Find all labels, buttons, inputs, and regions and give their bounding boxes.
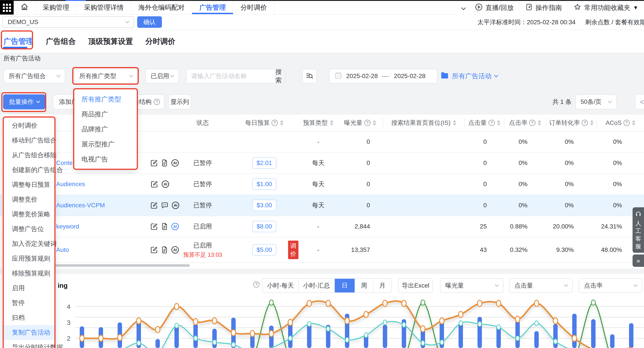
line-orange-marker[interactable]	[307, 300, 312, 306]
edit-icon[interactable]	[150, 159, 158, 167]
line-orange-marker[interactable]	[269, 330, 274, 336]
horizontal-scrollbar[interactable]	[55, 264, 190, 267]
doc-icon[interactable]	[161, 246, 168, 254]
page-tab-广告管理[interactable]: 广告管理	[4, 36, 34, 47]
bar[interactable]	[156, 339, 160, 348]
line-teal-marker[interactable]	[383, 320, 387, 325]
line-teal-marker[interactable]	[232, 342, 235, 347]
daily-budget-badge[interactable]: $3.00	[252, 200, 276, 211]
line-orange-marker[interactable]	[345, 318, 349, 324]
export-excel-button[interactable]: 导出Excel	[398, 278, 433, 293]
range-tab-月[interactable]: 月	[374, 279, 391, 292]
bar[interactable]	[516, 321, 520, 348]
line-orange-marker[interactable]	[326, 300, 330, 306]
sort-icons[interactable]	[632, 120, 636, 126]
column-header-ACoS[interactable]: ACoS?	[597, 118, 644, 128]
bulk-menu-item[interactable]: 调整竞价策略	[2, 207, 56, 222]
line-orange-marker[interactable]	[383, 300, 387, 306]
collapse-button[interactable]: »	[632, 255, 644, 267]
bar[interactable]	[591, 319, 596, 348]
range-tab-小时-每天[interactable]: 小时-每天	[262, 279, 299, 292]
bulk-menu-item[interactable]: 导出分时统计数据	[2, 340, 56, 348]
line-teal-marker[interactable]	[137, 341, 140, 345]
portfolio-select[interactable]: 所有广告组合	[4, 69, 65, 83]
line-teal-marker[interactable]	[345, 337, 349, 342]
range-tab-周[interactable]: 周	[355, 279, 374, 292]
edit-icon[interactable]	[150, 180, 158, 188]
line-teal-marker[interactable]	[459, 321, 462, 326]
line-teal-marker[interactable]	[175, 323, 178, 328]
bulk-menu-item[interactable]: 调整每日预算	[2, 177, 56, 192]
nav-tab-home[interactable]	[14, 1, 36, 14]
column-header-曝光量[interactable]: 曝光量?	[339, 118, 383, 128]
bulk-menu-item[interactable]: 归档	[2, 310, 56, 325]
bar[interactable]	[553, 324, 558, 348]
nav-tab-采购管理详情[interactable]: 采购管理详情	[77, 1, 131, 14]
line-orange-marker[interactable]	[174, 303, 179, 310]
column-header-点击量[interactable]: 点击量?	[465, 118, 504, 128]
promo-type-option[interactable]: 展示型推广	[74, 137, 137, 152]
daily-budget-badge[interactable]: $1.00	[252, 179, 276, 190]
app-grid-button[interactable]	[0, 1, 14, 15]
line-orange-marker[interactable]	[288, 319, 292, 325]
edit-icon[interactable]	[150, 246, 158, 254]
guide-button[interactable]: 操作指南	[520, 1, 568, 15]
bulk-menu-item[interactable]: 暂停	[2, 295, 56, 310]
edit-icon[interactable]	[150, 201, 158, 210]
show-columns-button[interactable]: 显示列	[168, 94, 191, 109]
column-header-预算类型[interactable]: 预算类型	[297, 118, 339, 128]
line-teal-marker[interactable]	[535, 321, 538, 326]
range-tab-日[interactable]: 日	[335, 279, 355, 292]
line-orange-marker[interactable]	[136, 318, 141, 324]
line-teal-marker[interactable]	[554, 339, 557, 344]
daily-budget-badge[interactable]: $8.00	[252, 221, 276, 232]
page-tab-广告组合[interactable]: 广告组合	[46, 36, 76, 47]
bulk-actions-button[interactable]: 批量操作	[3, 94, 45, 109]
favorites-button[interactable]: 常用功能收藏夹 ▼	[568, 1, 644, 15]
bulk-menu-item[interactable]: 调整广告位	[2, 222, 56, 236]
account-select[interactable]: DEMO_US	[2, 16, 134, 28]
line-teal-marker[interactable]	[213, 340, 216, 345]
prev-page-button[interactable]: <	[635, 94, 644, 109]
line-orange-marker[interactable]	[402, 300, 406, 306]
live-replay-button[interactable]: 直播/回放	[469, 1, 519, 15]
bulk-menu-item[interactable]: 分时调价	[2, 118, 56, 133]
bar[interactable]	[534, 331, 539, 348]
promo-type-option[interactable]: 电视广告	[74, 152, 137, 167]
line-teal-marker[interactable]	[516, 336, 519, 341]
bulk-menu-item[interactable]: 移除预算规则	[2, 266, 56, 281]
sort-icons[interactable]	[538, 120, 541, 126]
line-teal-marker[interactable]	[402, 322, 406, 327]
edit-icon[interactable]	[150, 222, 158, 231]
line-teal-marker[interactable]	[497, 325, 500, 330]
line-orange-marker[interactable]	[534, 300, 539, 306]
line-teal-marker[interactable]	[364, 333, 368, 338]
date-range-picker[interactable]: 2025-02-28 —· 2025-02-28	[329, 69, 438, 83]
line-orange-marker[interactable]	[516, 316, 520, 322]
line-teal-marker[interactable]	[194, 336, 197, 341]
nav-tab-采购管理[interactable]: 采购管理	[36, 1, 77, 14]
line-orange-marker[interactable]	[553, 318, 558, 324]
bar[interactable]	[174, 326, 179, 348]
bulk-menu-item[interactable]: 加入否定关键词	[2, 236, 56, 251]
line-teal-marker[interactable]	[478, 321, 482, 326]
doc-icon[interactable]	[161, 159, 168, 167]
page-size-select[interactable]: 50条/页	[575, 94, 617, 109]
line-teal-marker[interactable]	[440, 340, 444, 345]
bar[interactable]	[383, 325, 387, 348]
metric-select-3[interactable]: 点击率	[579, 278, 642, 293]
column-header-每日预算[interactable]: 每日预算?	[231, 118, 297, 128]
bar[interactable]	[307, 324, 312, 348]
nav-tab-海外仓编码配对[interactable]: 海外仓编码配对	[131, 1, 192, 14]
confirm-button[interactable]: 确认	[137, 16, 162, 28]
bar[interactable]	[629, 323, 634, 348]
promo-type-select[interactable]: 所有推广类型	[74, 69, 138, 83]
column-header-搜索结果首页首位(IS)[interactable]: 搜索结果首页首位(IS)	[383, 118, 465, 128]
line-teal-marker[interactable]	[288, 336, 292, 341]
sort-icons[interactable]	[280, 120, 284, 126]
line-teal-marker[interactable]	[326, 326, 330, 331]
comment-icon[interactable]	[161, 201, 169, 210]
ai-icon[interactable]: AI	[161, 180, 170, 188]
column-header-订单转化率[interactable]: 订单转化率?	[546, 118, 597, 128]
column-header-状态[interactable]: 状态	[174, 118, 231, 128]
